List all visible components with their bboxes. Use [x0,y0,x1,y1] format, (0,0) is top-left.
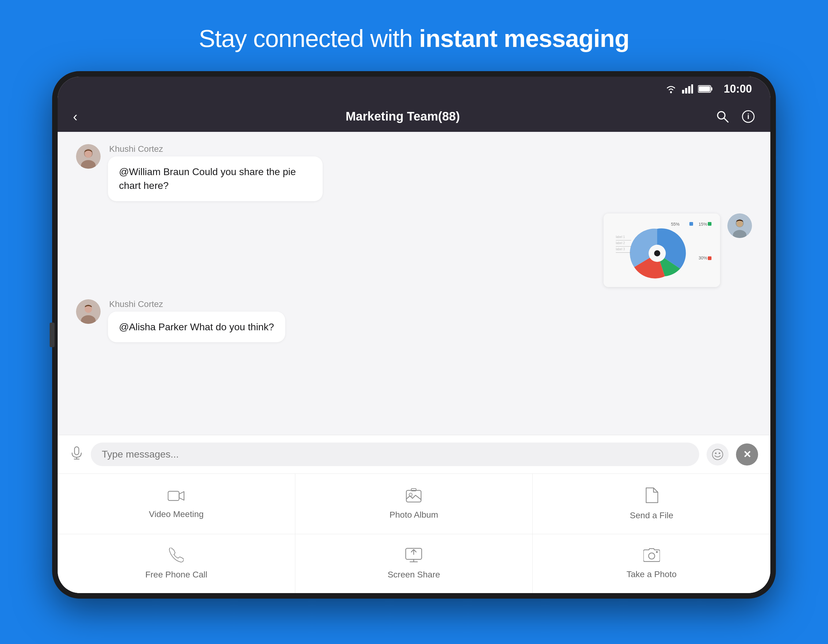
sender-name-3: Khushi Cortez [109,299,285,309]
svg-rect-3 [688,86,690,94]
svg-rect-20 [689,222,693,226]
signal-icon [682,84,693,94]
screen-share-icon [405,548,422,565]
svg-point-34 [736,220,743,227]
svg-rect-22 [708,256,712,260]
svg-point-38 [85,306,92,313]
avatar-khushi-1 [76,144,100,169]
take-photo-label: Take a Photo [627,569,676,579]
mic-button[interactable] [70,446,83,463]
close-button[interactable]: ✕ [736,443,758,465]
input-area: ✕ [58,435,770,473]
svg-rect-39 [75,447,79,455]
status-bar: 10:00 [58,77,770,101]
photo-album-icon [406,488,422,505]
avatar-khushi-2 [76,299,100,324]
svg-text:30%: 30% [699,255,707,260]
send-file-icon [645,487,659,506]
svg-point-15 [85,150,92,158]
nav-actions: i [716,110,755,123]
emoji-button[interactable] [707,443,729,465]
action-photo-album[interactable]: Photo Album [295,474,533,534]
photo-album-label: Photo Album [389,510,438,520]
status-icons: 10:00 [665,83,752,96]
svg-rect-7 [699,86,710,92]
headline: Stay connected with instant messaging [199,25,629,53]
message-row-3: Khushi Cortez @Alisha Parker What do you… [76,299,752,343]
svg-rect-46 [406,490,421,502]
svg-text:i: i [747,112,750,121]
message-row-1: Khushi Cortez @William Braun Could you s… [76,144,752,201]
wifi-icon [665,84,677,94]
back-button[interactable]: ‹ [73,109,78,124]
bubble-3: @Alisha Parker What do you think? [108,312,285,343]
svg-point-43 [715,452,717,454]
svg-point-53 [649,553,655,559]
action-take-photo[interactable]: Take a Photo [533,534,770,593]
video-meeting-label: Video Meeting [149,509,204,519]
message-row-chart: 55% 15% 30% [76,213,752,287]
svg-point-42 [712,449,723,460]
svg-text:label 2: label 2 [616,241,625,245]
status-time: 10:00 [724,83,752,96]
message-content-1: Khushi Cortez @William Braun Could you s… [108,144,323,201]
svg-point-47 [409,493,412,496]
svg-rect-1 [682,90,684,94]
svg-point-24 [654,250,660,256]
info-icon[interactable]: i [742,110,755,123]
sender-name-1: Khushi Cortez [109,144,323,154]
svg-point-54 [656,551,658,553]
tablet-screen: 10:00 ‹ Marketing Team(88) i [58,77,770,593]
send-file-label: Send a File [630,511,673,520]
svg-rect-2 [685,88,687,94]
tablet-frame: 10:00 ‹ Marketing Team(88) i [52,71,776,599]
headline-bold: instant messaging [419,25,629,52]
battery-icon [698,85,713,93]
message-input[interactable] [91,442,699,466]
svg-text:55%: 55% [671,222,679,227]
svg-text:—————: ————— [616,251,631,254]
svg-text:label 3: label 3 [616,248,625,251]
screen-share-label: Screen Share [387,570,440,580]
video-meeting-icon [168,489,185,505]
chat-area: Khushi Cortez @William Braun Could you s… [58,132,770,435]
chart-bubble: 55% 15% 30% [604,213,720,287]
svg-rect-4 [691,84,693,94]
nav-bar: ‹ Marketing Team(88) i [58,101,770,132]
phone-call-label: Free Phone Call [145,570,207,580]
take-photo-icon [643,548,660,564]
phone-call-icon [169,548,184,565]
svg-rect-45 [168,491,179,500]
side-button [50,323,55,347]
svg-rect-6 [711,88,712,91]
message-content-3: Khushi Cortez @Alisha Parker What do you… [108,299,285,343]
chat-title: Marketing Team(88) [90,110,716,123]
svg-text:15%: 15% [699,222,707,227]
svg-point-0 [670,91,672,93]
avatar-william [728,213,752,238]
action-grid: Video Meeting Photo Album [58,473,770,593]
action-send-file[interactable]: Send a File [533,474,770,534]
svg-rect-21 [708,222,712,226]
bubble-1: @William Braun Could you share the pie c… [108,157,323,201]
action-video-meeting[interactable]: Video Meeting [58,474,295,534]
action-phone-call[interactable]: Free Phone Call [58,534,295,593]
headline-prefix: Stay connected with [199,25,419,52]
svg-text:label 1: label 1 [616,235,625,238]
action-screen-share[interactable]: Screen Share [295,534,533,593]
search-icon[interactable] [716,110,729,123]
svg-point-44 [719,452,720,454]
svg-line-9 [724,118,728,122]
